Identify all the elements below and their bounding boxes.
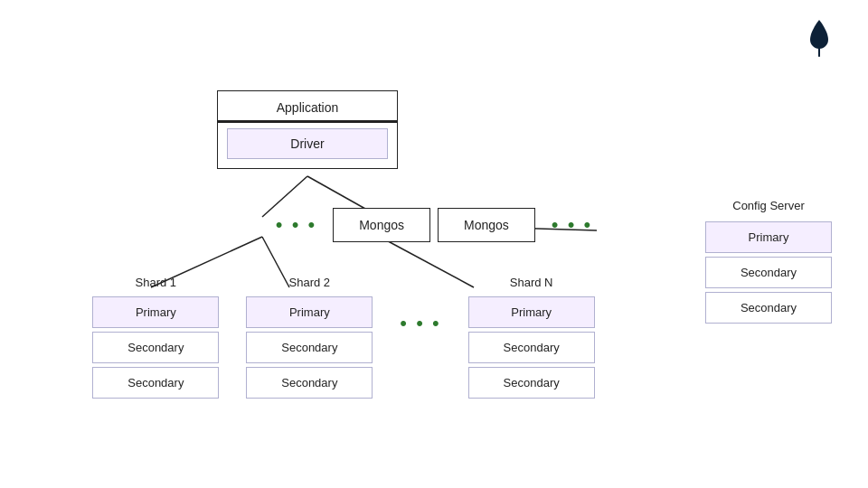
mongos-box-1: Mongos xyxy=(333,208,430,242)
diagram-container: Application Driver • • • Mongos Mongos •… xyxy=(0,0,868,488)
shard-1-secondary-2: Secondary xyxy=(92,367,219,399)
shard-n-title: Shard N xyxy=(510,276,553,289)
config-server-group: Config Server Primary Secondary Secondar… xyxy=(705,199,832,327)
mongo-leaf-icon xyxy=(807,18,832,58)
shard-n-group: Shard N Primary Secondary Secondary xyxy=(468,276,595,402)
left-dots: • • • xyxy=(259,213,333,237)
config-secondary-2: Secondary xyxy=(705,292,832,324)
shard-n-secondary-2: Secondary xyxy=(468,367,595,399)
shard-middle-dots: • • • xyxy=(400,276,440,335)
app-divider xyxy=(218,120,397,123)
shard-2-secondary-2: Secondary xyxy=(246,367,373,399)
config-primary: Primary xyxy=(705,221,832,253)
right-dots: • • • xyxy=(535,213,609,237)
shard-2-primary: Primary xyxy=(246,296,373,328)
shard-n-secondary-1: Secondary xyxy=(468,332,595,363)
shard-1-title: Shard 1 xyxy=(136,276,177,289)
app-box: Application Driver xyxy=(217,90,398,169)
shard-2-title: Shard 2 xyxy=(289,276,331,289)
driver-box: Driver xyxy=(227,128,388,159)
shard-2-group: Shard 2 Primary Secondary Secondary xyxy=(246,276,373,402)
shard-1-secondary-1: Secondary xyxy=(92,332,219,363)
shard-1-primary: Primary xyxy=(92,296,219,328)
config-server-title: Config Server xyxy=(705,199,832,212)
shard-1-group: Shard 1 Primary Secondary Secondary xyxy=(92,276,219,402)
shard-2-secondary-1: Secondary xyxy=(246,332,373,363)
shard-n-primary: Primary xyxy=(468,296,595,328)
app-label: Application xyxy=(218,91,397,120)
shards-row: Shard 1 Primary Secondary Secondary Shar… xyxy=(0,276,687,402)
config-secondary-1: Secondary xyxy=(705,257,832,288)
mongos-box-2: Mongos xyxy=(438,208,535,242)
